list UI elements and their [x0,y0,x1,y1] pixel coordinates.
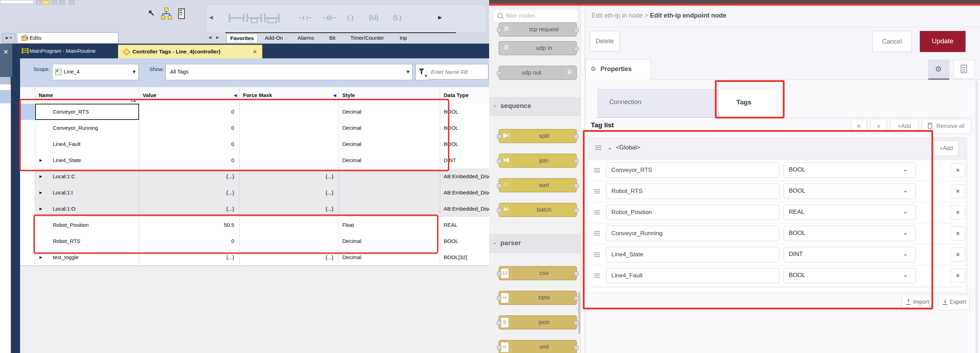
palette-category-parser[interactable]: ⌄ parser [489,234,580,253]
toolbar-icon[interactable] [69,0,75,5]
col-header-datatype[interactable]: Data Type [440,87,489,104]
tag-force-cell[interactable] [239,104,339,120]
palette-node-json[interactable]: {} json [499,315,577,329]
table-row[interactable]: ▶ Local:1:C {...} {...} AB:Embedded_Disc… [20,168,489,185]
remove-tag-button[interactable]: ✖ [950,247,965,261]
ladder-tab-favorites[interactable]: Favorites [226,34,258,42]
edit-panel-scrollbar[interactable] [975,81,978,353]
otl-coil-icon[interactable]: (L) [393,14,401,21]
tag-name-cell[interactable]: Conveyor_Running [35,120,139,136]
tag-value-cell[interactable]: 0 [139,152,239,168]
col-header-name[interactable]: Name ≣▲ [35,87,139,104]
node-description-button[interactable] [954,60,975,79]
palette-node-udp-out[interactable]: )) udp out [499,66,577,80]
tag-name-cell[interactable]: ▶ Local:1:C [35,168,139,185]
col-header-style[interactable]: Style [339,87,440,104]
tag-force-cell[interactable]: {...} [239,168,339,185]
branch-icon[interactable] [247,14,262,22]
palette-node-html[interactable]: <> html [499,291,577,305]
tag-name-input[interactable] [606,268,779,283]
toolbar-icon[interactable] [51,0,57,5]
ladder-tab-alarms[interactable]: Alarms [294,34,318,42]
tag-style-cell[interactable]: Decimal [339,120,440,136]
toolbar-icon-highlighted[interactable] [42,0,49,5]
row-selector[interactable] [20,168,35,185]
row-selector[interactable] [20,152,35,168]
expand-arrow-icon[interactable]: ▶ [40,201,42,217]
tag-force-cell[interactable] [239,233,339,249]
network-browse-icon[interactable] [161,8,172,20]
tag-type-select[interactable]: BOOL ⌄ [784,184,916,199]
tag-force-cell[interactable] [239,217,339,233]
run-mode-menu-button[interactable]: ▶ ▾ [2,33,16,43]
table-row[interactable]: ▶ Line4_State 0 Decimal DINT [20,152,489,169]
tag-type-cell[interactable]: REAL [440,217,489,233]
table-row[interactable]: Robot_Position 50.5 Float REAL [20,217,489,233]
remove-tag-button[interactable]: ✖ [950,163,965,177]
select-cursor-icon[interactable]: ↖ [148,8,155,18]
palette-scrollbar[interactable] [578,292,580,334]
tag-type-cell[interactable]: BOOL [440,104,489,120]
ladder-tab-bit[interactable]: Bit [326,34,339,42]
remove-all-button[interactable]: Remove all [922,119,971,134]
tag-type-select[interactable]: BOOL ⌄ [784,226,916,241]
tag-name-input[interactable] [606,247,779,262]
branch-level-icon[interactable] [264,14,280,22]
tag-name-cell[interactable]: ▶ Line4_State [35,152,139,168]
palette-node-split[interactable]: ▮▸⁞ split [499,129,577,143]
move-up-button[interactable]: « [851,119,867,134]
monitor-arrow-icon[interactable]: ◀ [234,87,237,103]
rung-icon[interactable] [229,14,244,22]
tag-type-select[interactable]: BOOL ⌄ [784,162,916,178]
tag-type-select[interactable]: REAL ⌄ [784,205,916,220]
row-selector[interactable] [20,185,35,201]
tag-value-cell[interactable]: 0 [139,136,239,152]
tab-scroll-right-icon[interactable]: ▶ [216,35,219,40]
table-row[interactable]: Line4_Fault 0 Decimal BOOL [20,136,489,153]
xio-contact-icon[interactable]: ⊣/⊢ [323,14,336,22]
tag-value-cell[interactable]: {...} [139,185,239,201]
remove-tag-button[interactable]: ✖ [950,184,965,198]
xic-contact-icon[interactable]: ⊣ ⊢ [299,14,312,22]
tag-value-cell[interactable]: {...} [139,249,239,266]
scroll-right-icon[interactable]: ▶ [438,14,442,20]
tag-style-cell[interactable] [339,168,440,185]
tag-value-cell[interactable]: 0 [139,120,239,136]
remove-tag-button[interactable]: ✖ [950,269,965,283]
tab-properties[interactable]: ⚙ Properties [585,59,651,80]
subtab-tags[interactable]: Tags [718,89,777,117]
table-row[interactable]: Conveyor_RTS 0 Decimal BOOL [20,104,489,120]
monitor-arrow-icon[interactable]: ◀ [333,87,336,103]
export-button[interactable]: ↓ Export [938,294,970,310]
expand-arrow-icon[interactable]: ▶ [40,168,42,185]
tag-type-cell[interactable]: BOOL [440,120,489,136]
tag-style-cell[interactable]: Decimal [339,249,440,266]
tab-controller-tags[interactable]: Controller Tags - Line_4(controller) × [118,45,262,59]
show-dropdown[interactable]: All Tags ▼ [165,64,413,80]
breadcrumb-parent[interactable]: Edit eth-ip in node [592,12,643,19]
tag-name-cell[interactable]: ▶ test_toggle [35,249,139,266]
tag-value-cell[interactable]: {...} [139,201,239,217]
palette-node-batch[interactable]: ⁞▸⁞ batch [499,203,577,217]
table-row[interactable]: Robot_RTS 0 Decimal BOOL [20,233,489,250]
toolbar-icon[interactable] [36,0,41,5]
tag-name-cell[interactable]: ▶ Local:1:I [35,185,139,201]
tag-type-cell[interactable]: AB:Embedded_Discre... [440,168,489,185]
row-selector[interactable] [20,104,35,120]
ote-coil-icon[interactable]: ( ) [347,14,353,21]
palette-category-sequence[interactable]: ⌄ sequence [489,97,580,116]
tag-type-cell[interactable]: AB:Embedded_Discre... [440,185,489,201]
name-filter-input[interactable] [428,64,488,79]
delete-button[interactable]: Delete [589,31,620,51]
chevron-down-icon[interactable]: ⌄ [608,144,612,151]
tab-scroll-left-icon[interactable]: ◀ [208,35,211,40]
move-down-button[interactable]: « [870,119,887,134]
tag-value-cell[interactable]: 0 [139,233,239,249]
tag-value-cell[interactable]: 0 [139,104,239,120]
tag-name-cell[interactable]: ▶ Local:1:O [35,201,139,217]
palette-search[interactable] [494,9,578,22]
sort-icon[interactable]: ≣▲ [130,92,136,104]
tag-name-cell[interactable]: Robot_RTS [35,233,139,249]
palette-search-input[interactable] [505,11,575,21]
row-selector[interactable] [20,233,35,249]
